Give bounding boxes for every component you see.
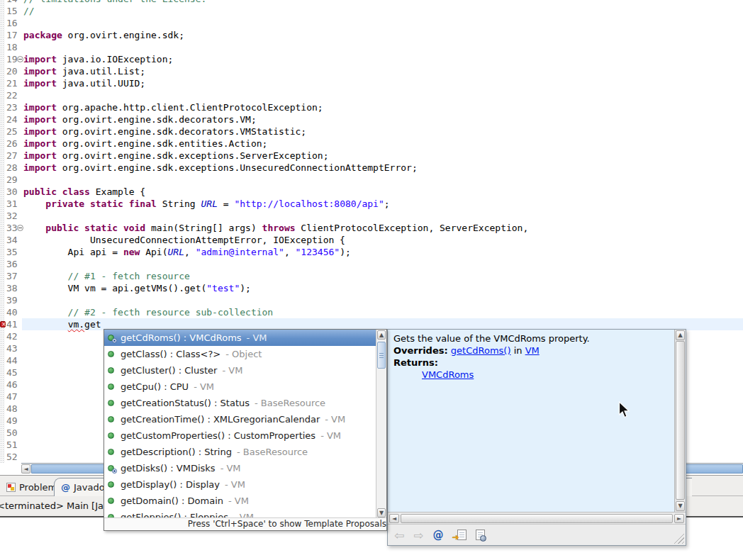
fold-collapse-icon[interactable] bbox=[17, 225, 23, 231]
code-line[interactable]: import org.ovirt.engine.sdk.exceptions.S… bbox=[23, 150, 743, 162]
fold-collapse-icon[interactable] bbox=[17, 56, 23, 62]
code-line[interactable]: import org.ovirt.engine.sdk.decorators.V… bbox=[23, 125, 743, 138]
line-number[interactable]: 40 bbox=[5, 306, 23, 318]
line-number[interactable]: 45 bbox=[5, 366, 23, 379]
code-line[interactable] bbox=[23, 258, 743, 270]
code-line[interactable]: // #2 - fecth resource sub-collection bbox=[23, 306, 743, 318]
code-line[interactable]: UnsecuredConnectionAttemptError, IOExcep… bbox=[23, 234, 743, 246]
completion-item[interactable]: getDescription() : String - BaseResource bbox=[104, 444, 386, 460]
code-line[interactable]: import java.io.IOException; bbox=[23, 53, 743, 65]
overrides-method-link[interactable]: getCdRoms() bbox=[451, 345, 511, 356]
line-number[interactable]: 22 bbox=[5, 89, 23, 101]
completion-item[interactable]: getDisplay() : Display - VM bbox=[104, 476, 386, 493]
forward-icon[interactable]: ⇨ bbox=[413, 530, 423, 541]
code-line[interactable] bbox=[23, 89, 743, 101]
line-number[interactable]: 26 bbox=[5, 138, 23, 150]
line-number[interactable]: 20 bbox=[5, 65, 23, 77]
completion-item[interactable]: getCreationStatus() : Status - BaseResou… bbox=[104, 395, 386, 411]
line-number[interactable]: 17 bbox=[5, 29, 23, 41]
line-number[interactable]: 39 bbox=[5, 294, 23, 306]
line-number[interactable]: 51 bbox=[5, 439, 23, 451]
completion-item[interactable]: getCreationTime() : XMLGregorianCalendar… bbox=[104, 411, 386, 427]
completion-scrollbar[interactable]: ▲ ▼ bbox=[376, 330, 386, 518]
line-number[interactable]: 27 bbox=[5, 150, 23, 162]
line-number[interactable]: 46 bbox=[5, 379, 23, 391]
javadoc-vertical-scrollbar[interactable]: ▲ ▼ bbox=[674, 330, 686, 512]
code-line[interactable]: import java.util.List; bbox=[23, 65, 743, 77]
back-icon[interactable]: ⇦ bbox=[394, 530, 404, 541]
code-line[interactable]: // bbox=[23, 5, 743, 17]
scroll-right-button[interactable]: ► bbox=[674, 514, 684, 523]
line-number[interactable]: 31 bbox=[5, 198, 23, 210]
line-number[interactable]: 25 bbox=[5, 125, 23, 138]
line-number[interactable]: 30 bbox=[5, 186, 23, 198]
code-line[interactable]: Api api = new Api(URL, "admin@internal",… bbox=[23, 246, 743, 258]
code-line[interactable]: import org.ovirt.engine.sdk.entities.Act… bbox=[23, 138, 743, 150]
scroll-left-button[interactable]: ◄ bbox=[21, 464, 30, 474]
line-number[interactable]: 43 bbox=[5, 342, 23, 354]
code-line[interactable] bbox=[23, 210, 743, 222]
code-line[interactable]: import org.ovirt.engine.sdk.decorators.V… bbox=[23, 113, 743, 125]
open-input-icon[interactable]: ➜ bbox=[457, 530, 467, 540]
javadoc-horizontal-scrollbar[interactable]: ◄ ► bbox=[388, 512, 686, 525]
line-number[interactable]: 48 bbox=[5, 403, 23, 415]
returns-type-link[interactable]: VMCdRoms bbox=[422, 369, 474, 381]
line-number[interactable]: 16 bbox=[5, 17, 23, 29]
line-number[interactable]: 24 bbox=[5, 113, 23, 125]
completion-item[interactable]: getDomain() : Domain - VM bbox=[104, 493, 386, 509]
line-number[interactable]: 23 bbox=[5, 101, 23, 113]
annotation-ruler[interactable] bbox=[0, 0, 5, 463]
completion-item[interactable]: getCluster() : Cluster - VM bbox=[104, 362, 386, 379]
line-number[interactable]: 29 bbox=[5, 174, 23, 186]
code-line[interactable] bbox=[23, 174, 743, 186]
scroll-down-button[interactable]: ▼ bbox=[377, 508, 386, 517]
code-line[interactable] bbox=[23, 41, 743, 53]
line-number[interactable]: 49 bbox=[5, 415, 23, 427]
scroll-up-button[interactable]: ▲ bbox=[676, 330, 685, 340]
line-number[interactable]: 32 bbox=[5, 210, 23, 222]
completion-item[interactable]: getCdRoms() : VMCdRoms - VM bbox=[104, 330, 386, 346]
show-in-javadoc-view-icon[interactable]: @ bbox=[433, 529, 444, 542]
line-number[interactable]: 18 bbox=[5, 41, 23, 53]
scroll-down-button[interactable]: ▼ bbox=[676, 501, 685, 511]
scroll-up-button[interactable]: ▲ bbox=[377, 330, 386, 340]
overrides-class-link[interactable]: VM bbox=[525, 345, 540, 356]
completion-list[interactable]: getCdRoms() : VMCdRoms - VMgetClass() : … bbox=[104, 330, 386, 518]
line-number[interactable]: 42 bbox=[5, 330, 23, 342]
completion-item[interactable]: getDisks() : VMDisks - VM bbox=[104, 460, 386, 476]
completion-item[interactable]: getCustomProperties() : CustomProperties… bbox=[104, 427, 386, 444]
line-number[interactable]: 38 bbox=[5, 282, 23, 294]
code-line[interactable]: // #1 - fetch resource bbox=[23, 270, 743, 282]
code-line[interactable]: import org.apache.http.client.ClientProt… bbox=[23, 101, 743, 113]
line-number[interactable]: 15 bbox=[5, 5, 23, 17]
code-line[interactable]: private static final String URL = "http:… bbox=[23, 198, 743, 210]
code-line[interactable] bbox=[23, 294, 743, 306]
code-line[interactable]: VM vm = api.getVMs().get("test"); bbox=[23, 282, 743, 294]
line-number[interactable]: 37 bbox=[5, 270, 23, 282]
line-number[interactable]: 36 bbox=[5, 258, 23, 270]
error-marker-icon[interactable] bbox=[0, 321, 6, 327]
code-line[interactable] bbox=[23, 17, 743, 29]
line-number-gutter[interactable]: 1415161718192021222324252627282930313233… bbox=[5, 0, 23, 463]
line-number[interactable]: 44 bbox=[5, 354, 23, 366]
code-line[interactable]: public class Example { bbox=[23, 186, 743, 198]
code-line[interactable]: import org.ovirt.engine.sdk.exceptions.U… bbox=[23, 162, 743, 174]
code-line[interactable]: import java.util.UUID; bbox=[23, 77, 743, 89]
completion-item[interactable]: getClass() : Class<?> - Object bbox=[104, 346, 386, 362]
line-number[interactable]: 34 bbox=[5, 234, 23, 246]
line-number[interactable]: 14 bbox=[5, 0, 23, 5]
open-in-browser-icon[interactable] bbox=[476, 530, 485, 540]
line-number[interactable]: 52 bbox=[5, 451, 23, 463]
scrollbar-thumb[interactable] bbox=[377, 342, 386, 369]
line-number[interactable]: 35 bbox=[5, 246, 23, 258]
scrollbar-thumb[interactable] bbox=[676, 341, 685, 500]
line-number[interactable]: 47 bbox=[5, 391, 23, 403]
line-number[interactable]: 41 bbox=[5, 318, 23, 330]
completion-item[interactable]: getCpu() : CPU - VM bbox=[104, 379, 386, 395]
code-line[interactable]: public static void main(String[] args) t… bbox=[23, 222, 743, 234]
code-line[interactable]: // limitations under the License. bbox=[23, 0, 743, 5]
scroll-left-button[interactable]: ◄ bbox=[389, 514, 399, 523]
line-number[interactable]: 28 bbox=[5, 162, 23, 174]
line-number[interactable]: 21 bbox=[5, 77, 23, 89]
line-number[interactable]: 50 bbox=[5, 427, 23, 439]
